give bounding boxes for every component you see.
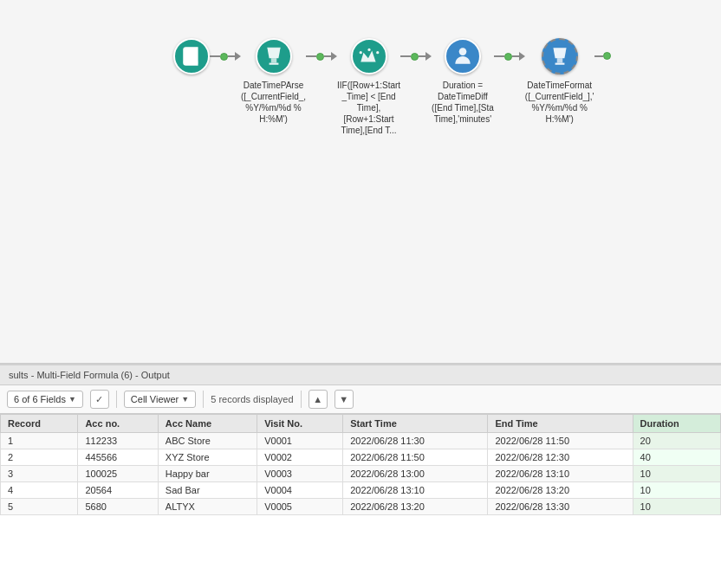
workflow: DateTimePArse([_CurrentField_,%Y/%m/%d %… xyxy=(173,35,611,136)
arrow-down-button[interactable]: ▼ xyxy=(335,390,354,409)
table-cell: 2022/06/28 11:30 xyxy=(343,433,488,449)
arrow-right xyxy=(519,52,525,61)
line xyxy=(494,55,504,57)
dot-green xyxy=(411,53,419,61)
line xyxy=(324,55,331,57)
table-cell: 10 xyxy=(633,482,720,499)
table-cell: 10 xyxy=(633,466,720,482)
toolbar: 6 of 6 Fields ▼ ✓ Cell Viewer ▼ 5 record… xyxy=(0,385,721,414)
table-cell: 2022/06/28 13:20 xyxy=(343,499,488,515)
table-cell: V0002 xyxy=(257,449,343,466)
table-header-row: Record Acc no. Acc Name Visit No. Start … xyxy=(1,415,721,433)
separator-3 xyxy=(301,391,302,408)
table-row: 420564Sad BarV00042022/06/28 13:102022/0… xyxy=(1,482,721,499)
table-cell: 2 xyxy=(1,449,78,466)
col-end-time: End Time xyxy=(488,415,633,433)
crown-icon xyxy=(358,45,380,68)
col-record: Record xyxy=(1,415,78,433)
table-cell: XYZ Store xyxy=(158,449,257,466)
chevron-down-icon: ▼ xyxy=(68,395,76,404)
table-cell: ABC Store xyxy=(158,433,257,449)
table-row: 3100025Happy barV00032022/06/28 13:00202… xyxy=(1,466,721,482)
table-cell: 2022/06/28 11:50 xyxy=(488,433,633,449)
panel-header: sults - Multi-Field Formula (6) - Output xyxy=(0,365,721,385)
connector-4 xyxy=(494,52,525,61)
node-icon-iif[interactable] xyxy=(351,38,387,74)
table-cell: 2022/06/28 12:30 xyxy=(488,449,633,466)
table-cell: V0001 xyxy=(257,433,343,449)
table-row: 55680ALTYXV00052022/06/28 13:202022/06/2… xyxy=(1,499,721,515)
arrow-up-button[interactable]: ▲ xyxy=(309,390,328,409)
node-duration[interactable]: Duration =DateTimeDiff([End Time],[StaTi… xyxy=(432,38,494,125)
node-icon-book[interactable] xyxy=(173,38,210,74)
dot-green-end xyxy=(603,52,611,60)
records-text: 5 records displayed xyxy=(211,394,293,404)
cell-viewer-label: Cell Viewer xyxy=(131,394,179,404)
sort-down-icon: ✓ xyxy=(95,394,103,405)
svg-point-3 xyxy=(376,51,379,54)
table-cell: Sad Bar xyxy=(158,482,257,499)
node-datetimeformat[interactable]: DateTimeFormat([_CurrentField_],'%Y/%m/%… xyxy=(525,38,594,125)
col-acc-no: Acc no. xyxy=(78,415,158,433)
table-cell: 10 xyxy=(633,499,720,515)
col-acc-name: Acc Name xyxy=(158,415,257,433)
table-cell: 2022/06/28 13:10 xyxy=(343,482,488,499)
node-iif[interactable]: IIF([Row+1:Start_Time] < [EndTime],[Row+… xyxy=(337,38,400,136)
arrow-right xyxy=(331,52,337,61)
table-cell: 40 xyxy=(633,449,720,466)
arrow-right xyxy=(425,52,432,61)
table-cell: 20564 xyxy=(78,482,158,499)
node-icon-datetime-parse[interactable] xyxy=(256,38,292,74)
table-body: 1112233ABC StoreV00012022/06/28 11:30202… xyxy=(1,433,721,515)
node-label-datetimeformat: DateTimeFormat([_CurrentField_],'%Y/%m/%… xyxy=(525,80,594,125)
table-row: 2445566XYZ StoreV00022022/06/28 11:50202… xyxy=(1,449,721,466)
dot-green xyxy=(316,53,324,61)
col-duration: Duration xyxy=(633,415,720,433)
table-cell: 2022/06/28 13:30 xyxy=(488,499,633,515)
node-label-iif: IIF([Row+1:Start_Time] < [EndTime],[Row+… xyxy=(337,80,400,136)
table-cell: 5680 xyxy=(78,499,158,515)
table-cell: 100025 xyxy=(78,466,158,482)
table-cell: 445566 xyxy=(78,449,158,466)
col-start-time: Start Time xyxy=(343,415,488,433)
data-table: Record Acc no. Acc Name Visit No. Start … xyxy=(0,414,721,515)
fields-button[interactable]: 6 of 6 Fields ▼ xyxy=(7,391,83,408)
col-visit-no: Visit No. xyxy=(257,415,343,433)
table-cell: V0004 xyxy=(257,482,343,499)
node-label-datetime-parse: DateTimePArse([_CurrentField_,%Y/%m/%d %… xyxy=(241,80,306,125)
line xyxy=(306,55,316,57)
node-icon-duration[interactable] xyxy=(445,38,481,74)
line xyxy=(228,55,235,57)
book-icon xyxy=(180,45,203,68)
panel-header-text: sults - Multi-Field Formula (6) - Output xyxy=(9,370,170,380)
table-cell: 2022/06/28 13:00 xyxy=(343,466,488,482)
table-cell: 20 xyxy=(633,433,720,449)
fields-label: 6 of 6 Fields xyxy=(14,394,66,404)
table-cell: Happy bar xyxy=(158,466,257,482)
table-cell: 112233 xyxy=(78,433,158,449)
table-cell: 2022/06/28 11:50 xyxy=(343,449,488,466)
bottom-panel: sults - Multi-Field Formula (6) - Output… xyxy=(0,364,721,588)
table-cell: V0005 xyxy=(257,499,343,515)
line xyxy=(210,55,220,57)
table-cell: 2022/06/28 13:10 xyxy=(488,466,633,482)
node-label-duration: Duration =DateTimeDiff([End Time],[StaTi… xyxy=(432,80,494,125)
connector-3 xyxy=(400,52,432,61)
separator-2 xyxy=(203,391,204,408)
arrow-right xyxy=(235,52,241,61)
sort-down-button[interactable]: ✓ xyxy=(90,390,109,409)
table-cell: 1 xyxy=(1,433,78,449)
table-cell: 3 xyxy=(1,466,78,482)
cell-viewer-button[interactable]: Cell Viewer ▼ xyxy=(124,391,196,408)
svg-point-5 xyxy=(459,48,467,55)
person-icon xyxy=(451,45,474,68)
node-icon-datetimeformat[interactable] xyxy=(542,38,578,74)
dot-green xyxy=(220,53,228,61)
node-datetime-parse[interactable]: DateTimePArse([_CurrentField_,%Y/%m/%d %… xyxy=(241,38,306,125)
table-cell: ALTYX xyxy=(158,499,257,515)
canvas-area: DateTimePArse([_CurrentField_,%Y/%m/%d %… xyxy=(0,0,721,364)
connector-2 xyxy=(306,52,337,61)
dot-green xyxy=(504,53,512,61)
node-book[interactable] xyxy=(173,38,210,74)
line xyxy=(512,55,519,57)
